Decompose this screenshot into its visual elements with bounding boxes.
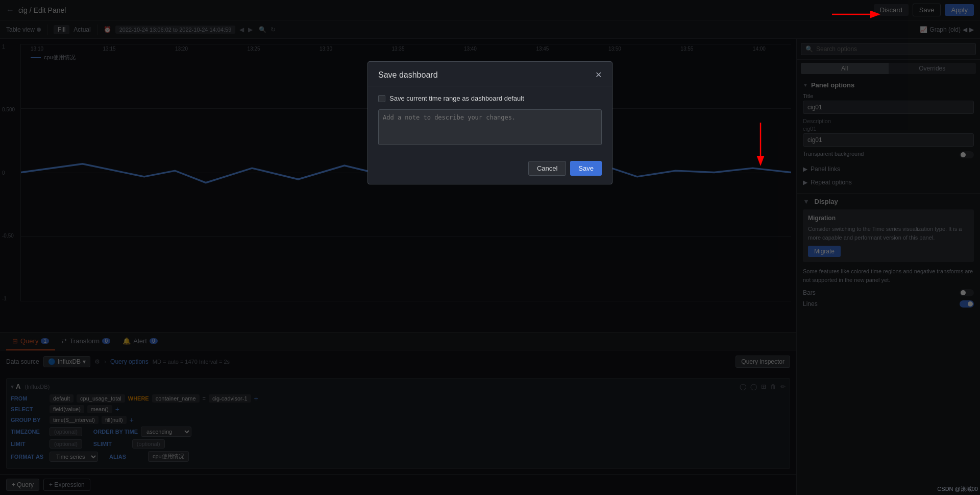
watermark: CSDN @滚域00 bbox=[937, 485, 978, 493]
modal-title: Save dashboard bbox=[378, 70, 438, 80]
modal-checkbox-row: Save current time range as dashboard def… bbox=[378, 95, 602, 102]
modal-header: Save dashboard ✕ bbox=[368, 62, 612, 86]
modal-save-button[interactable]: Save bbox=[570, 161, 602, 176]
modal-overlay: Save dashboard ✕ Save current time range… bbox=[0, 0, 980, 495]
modal-cancel-button[interactable]: Cancel bbox=[528, 161, 566, 176]
save-time-range-checkbox[interactable] bbox=[378, 95, 385, 102]
save-dashboard-modal: Save dashboard ✕ Save current time range… bbox=[368, 61, 612, 184]
modal-note-textarea[interactable] bbox=[378, 109, 602, 145]
modal-close-button[interactable]: ✕ bbox=[595, 70, 602, 80]
modal-footer: Cancel Save bbox=[368, 155, 612, 184]
modal-body: Save current time range as dashboard def… bbox=[368, 86, 612, 155]
save-time-range-label: Save current time range as dashboard def… bbox=[389, 95, 524, 102]
